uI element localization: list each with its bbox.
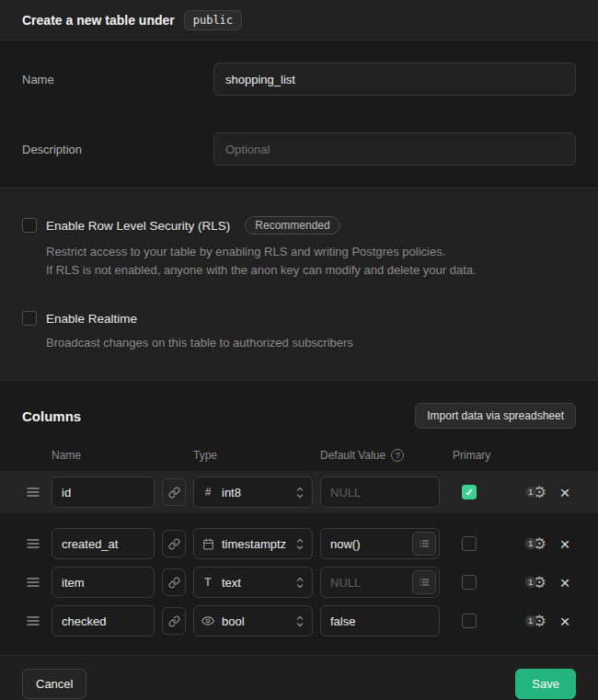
column-settings-button[interactable]: 1 ⚙ [524,536,546,552]
panel-title: Create a new table under [22,13,175,28]
remove-column-button[interactable]: × [554,613,576,630]
primary-cell [447,575,491,590]
remove-column-button[interactable]: × [554,484,576,501]
column-row-id: # int8 ✓ 1 ⚙ × [22,476,576,508]
rls-toggle-row: Enable Row Level Security (RLS) Recommen… [22,216,576,235]
column-name-input[interactable] [52,476,155,508]
column-type-label: timestamptz [222,537,288,551]
column-settings-button[interactable]: 1 ⚙ [524,575,546,591]
header-primary: Primary [447,449,491,462]
hash-icon: # [201,486,214,499]
chevron-updown-icon [295,537,305,551]
recommended-badge: Recommended [245,216,339,235]
table-description-input[interactable] [213,132,576,166]
drag-handle-icon[interactable] [22,487,44,498]
list-icon [419,538,430,549]
link-icon [168,615,180,627]
primary-checkbox[interactable] [462,536,477,551]
column-row-checked: bool 1 ⚙ × [22,605,576,637]
column-type-label: int8 [222,486,288,499]
realtime-label: Enable Realtime [46,312,137,326]
default-value-field [320,567,440,598]
column-row-item: T text 1 ⚙ × [22,567,576,598]
realtime-checkbox[interactable] [22,311,37,326]
drag-handle-icon[interactable] [22,577,44,588]
primary-checkbox[interactable]: ✓ [462,485,477,499]
drag-handle-icon[interactable] [22,538,44,549]
remove-column-button[interactable]: × [554,574,576,591]
help-icon[interactable]: ? [391,449,404,462]
primary-cell: ✓ [447,485,491,499]
chevron-updown-icon [295,486,305,499]
close-icon: × [559,484,569,501]
rls-checkbox[interactable] [22,218,37,233]
rls-description: Restrict access to your table by enablin… [46,243,561,280]
primary-checkbox[interactable] [462,614,477,628]
header-default-value-label: Default Value [320,449,385,462]
rls-description-line2: If RLS is not enabled, anyone with the a… [46,261,561,280]
header-default-value: Default Value ? [320,449,440,462]
default-value-field [320,528,440,559]
foreign-key-button[interactable] [162,607,186,635]
default-value-input[interactable] [321,568,412,597]
column-type-select[interactable]: timestamptz [193,528,313,559]
column-type-select[interactable]: T text [193,567,313,598]
realtime-toggle-row: Enable Realtime [22,311,576,326]
columns-section: Columns Import data via spreadsheet Name… [0,381,598,655]
rls-block: Enable Row Level Security (RLS) Recommen… [22,216,576,280]
default-value-input[interactable] [321,477,436,507]
primary-cell [447,536,491,551]
close-icon: × [559,535,569,553]
chevron-updown-icon [295,614,305,628]
description-label: Description [22,143,213,156]
default-options-button[interactable] [412,570,436,594]
foreign-key-button[interactable] [162,530,186,557]
table-name-input[interactable] [213,63,576,96]
close-icon: × [559,574,569,591]
chevron-updown-icon [295,576,305,590]
realtime-block: Enable Realtime Broadcast changes on thi… [22,311,576,352]
drag-handle-icon[interactable] [22,615,44,626]
text-type-icon: T [201,576,214,589]
link-icon [168,577,180,589]
rls-description-line1: Restrict access to your table by enablin… [46,243,561,261]
columns-title: Columns [22,408,81,424]
default-options-button[interactable] [412,532,436,556]
foreign-key-button[interactable] [162,478,186,506]
foreign-key-button[interactable] [162,568,186,596]
calendar-icon [201,538,214,550]
column-settings-button[interactable]: 1 ⚙ [524,485,546,500]
description-form-row: Description [22,132,576,166]
column-name-input[interactable] [52,567,155,598]
close-icon: × [559,613,569,630]
column-name-input[interactable] [52,528,155,559]
cancel-button[interactable]: Cancel [22,669,86,699]
import-spreadsheet-button[interactable]: Import data via spreadsheet [415,403,576,429]
schema-badge: public [184,10,242,30]
column-type-select[interactable]: bool [193,605,313,637]
create-table-panel: Create a new table under public Name Des… [0,0,598,700]
default-value-input[interactable] [321,529,412,558]
column-settings-button[interactable]: 1 ⚙ [524,614,546,629]
table-options-section: Enable Row Level Security (RLS) Recommen… [0,189,598,381]
column-type-select[interactable]: # int8 [193,476,313,508]
column-name-input[interactable] [52,605,155,637]
column-type-label: text [222,576,288,590]
name-label: Name [22,73,213,86]
column-type-label: bool [222,614,288,628]
default-value-field [320,476,440,508]
save-button[interactable]: Save [515,669,576,699]
eye-icon [201,614,214,627]
column-row-created-at: timestamptz 1 ⚙ × [22,528,576,559]
rls-label: Enable Row Level Security (RLS) [46,219,230,233]
header-type: Type [193,449,313,462]
primary-checkbox[interactable] [462,575,477,590]
panel-header: Create a new table under public [0,0,598,40]
check-icon: ✓ [465,487,473,499]
panel-footer: Cancel Save [0,655,598,700]
primary-cell [447,614,491,628]
remove-column-button[interactable]: × [554,535,576,553]
realtime-description: Broadcast changes on this table to autho… [46,334,561,352]
link-icon [168,487,180,499]
default-value-input[interactable] [321,606,436,636]
